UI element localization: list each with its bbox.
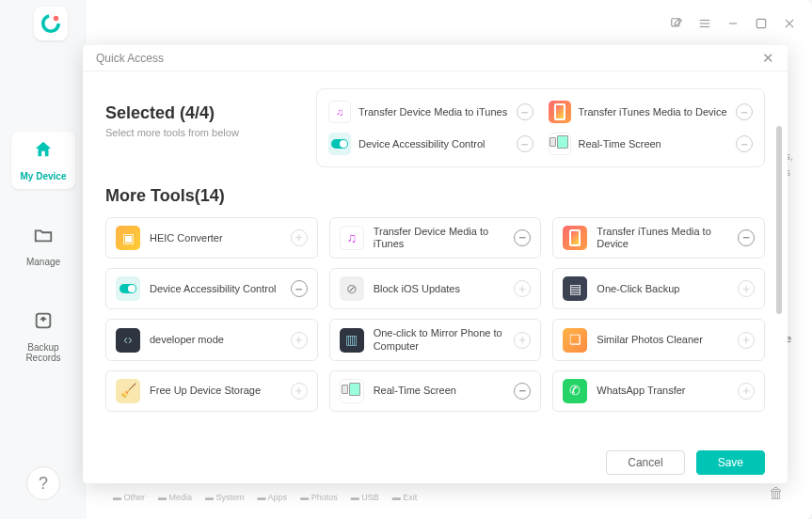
remove-icon[interactable]: − — [514, 229, 531, 246]
phone-icon — [563, 226, 587, 250]
screen-icon — [549, 133, 571, 155]
more-tools-heading: More Tools(14) — [105, 186, 765, 206]
tool-similar-photos[interactable]: ❏ Similar Photos Cleaner + — [552, 319, 765, 360]
folder-icon — [33, 225, 54, 251]
remove-icon[interactable]: − — [517, 135, 533, 152]
edit-icon[interactable] — [669, 16, 684, 31]
selected-tools-grid: ♫ Transfer Device Media to iTunes − Tran… — [316, 88, 765, 167]
tool-whatsapp-transfer[interactable]: ✆ WhatsApp Transfer + — [552, 370, 765, 412]
app-logo — [34, 7, 68, 40]
selected-tool-transfer-to-itunes[interactable]: ♫ Transfer Device Media to iTunes − — [328, 101, 533, 123]
add-icon[interactable]: + — [514, 332, 531, 349]
tool-free-storage[interactable]: 🧹 Free Up Device Storage + — [105, 370, 318, 412]
maximize-icon[interactable] — [754, 16, 769, 31]
phone-icon — [549, 101, 571, 123]
heic-icon: ▣ — [116, 226, 140, 250]
add-icon[interactable]: + — [291, 229, 308, 246]
help-button[interactable]: ? — [26, 466, 60, 500]
screen-icon — [340, 379, 364, 403]
quick-access-dialog: Quick Access ✕ Selected (4/4) Select mor… — [83, 45, 788, 483]
tool-accessibility[interactable]: Device Accessibility Control − — [105, 268, 318, 309]
add-icon[interactable]: + — [738, 332, 755, 349]
menu-icon[interactable] — [697, 16, 712, 31]
photos-icon: ❏ — [563, 328, 587, 353]
minimize-icon[interactable] — [725, 16, 740, 31]
toggle-icon — [328, 133, 351, 155]
selected-tool-realtime-screen[interactable]: Real-Time Screen − — [549, 133, 754, 155]
sidebar-item-my-device[interactable]: My Device — [11, 132, 75, 189]
broom-icon: 🧹 — [116, 379, 140, 403]
block-icon: ⊘ — [340, 276, 364, 301]
add-icon[interactable]: + — [738, 383, 755, 400]
add-icon[interactable]: + — [291, 383, 308, 400]
tool-block-ios-updates[interactable]: ⊘ Block iOS Updates + — [329, 268, 542, 309]
sidebar-item-label: Backup Records — [15, 342, 72, 363]
toggle-icon — [116, 276, 140, 301]
tool-realtime-screen[interactable]: Real-Time Screen − — [329, 370, 542, 412]
cancel-button[interactable]: Cancel — [606, 450, 684, 475]
selected-tool-accessibility[interactable]: Device Accessibility Control − — [328, 133, 533, 155]
tool-heic-converter[interactable]: ▣ HEIC Converter + — [105, 217, 318, 259]
sidebar-item-manage[interactable]: Manage — [11, 217, 75, 275]
sidebar-item-backup-records[interactable]: Backup Records — [11, 303, 75, 370]
selected-tool-transfer-to-device[interactable]: Transfer iTunes Media to Device − — [549, 101, 754, 123]
close-window-icon[interactable] — [782, 16, 797, 31]
add-icon[interactable]: + — [291, 332, 308, 349]
sidebar-item-label: Manage — [26, 257, 60, 267]
code-icon: ‹› — [116, 328, 140, 353]
close-icon[interactable]: ✕ — [762, 50, 774, 67]
remove-icon[interactable]: − — [738, 229, 755, 246]
svg-point-1 — [54, 16, 59, 22]
whatsapp-icon: ✆ — [563, 379, 587, 403]
selected-heading: Selected (4/4) — [105, 103, 294, 123]
sidebar: My Device Manage Backup Records — [0, 0, 87, 519]
itunes-icon: ♫ — [328, 101, 351, 123]
scrollbar[interactable] — [776, 126, 782, 434]
remove-icon[interactable]: − — [514, 383, 531, 400]
tool-transfer-to-itunes[interactable]: ♫ Transfer Device Media to iTunes − — [329, 217, 542, 259]
more-tools-grid: ▣ HEIC Converter + ♫ Transfer Device Med… — [105, 217, 765, 412]
add-icon[interactable]: + — [738, 280, 755, 297]
save-button[interactable]: Save — [696, 450, 765, 475]
tool-transfer-to-device[interactable]: Transfer iTunes Media to Device − — [552, 217, 765, 259]
bottom-hint-tabs: ▬ Other ▬ Media ▬ System ▬ Apps ▬ Photos… — [113, 493, 417, 502]
remove-icon[interactable]: − — [736, 103, 753, 120]
add-icon[interactable]: + — [514, 280, 531, 297]
tool-developer-mode[interactable]: ‹› developer mode + — [105, 319, 318, 360]
dialog-title: Quick Access — [96, 52, 164, 65]
trash-icon[interactable]: 🗑 — [769, 485, 784, 502]
sidebar-item-label: My Device — [21, 171, 67, 181]
svg-rect-7 — [756, 19, 765, 27]
remove-icon[interactable]: − — [736, 135, 753, 152]
tool-mirror-phone[interactable]: ▥ One-click to Mirror Phone to Computer … — [329, 319, 542, 360]
tool-one-click-backup[interactable]: ▤ One-Click Backup + — [552, 268, 765, 309]
remove-icon[interactable]: − — [291, 280, 308, 297]
home-icon — [33, 139, 54, 165]
remove-icon[interactable]: − — [517, 103, 533, 120]
selected-subtitle: Select more tools from below — [105, 127, 294, 138]
itunes-icon: ♫ — [340, 226, 364, 250]
mirror-icon: ▥ — [340, 328, 364, 353]
backup-tool-icon: ▤ — [563, 276, 587, 301]
backup-icon — [33, 310, 54, 337]
